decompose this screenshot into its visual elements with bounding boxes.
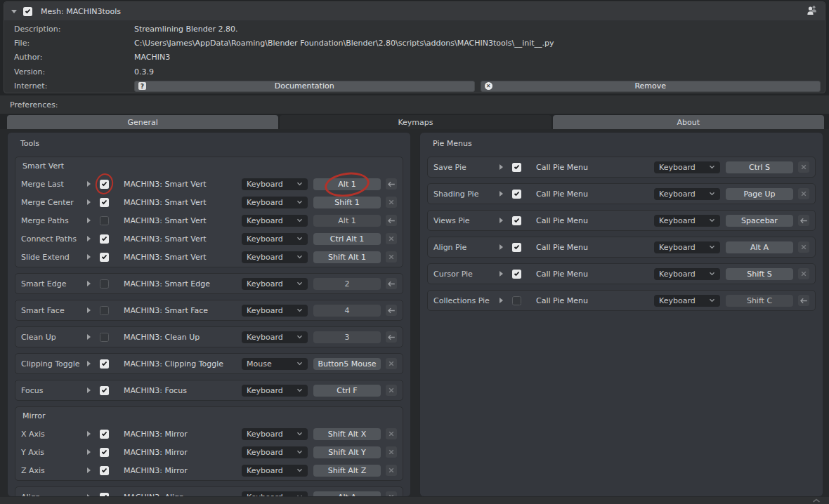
keymap-enabled-checkbox[interactable] xyxy=(100,234,109,244)
triangle-right-icon[interactable] xyxy=(87,236,91,241)
remove-x-icon[interactable] xyxy=(798,188,809,199)
device-dropdown[interactable]: Keyboard xyxy=(242,331,308,343)
key-binding-button[interactable]: Ctrl S xyxy=(726,161,793,173)
triangle-right-icon[interactable] xyxy=(87,181,91,187)
restore-back-arrow-icon[interactable] xyxy=(386,215,397,226)
remove-x-icon[interactable] xyxy=(386,385,397,396)
remove-x-icon[interactable] xyxy=(798,268,809,279)
triangle-right-icon[interactable] xyxy=(500,164,503,170)
device-dropdown[interactable]: Keyboard xyxy=(242,428,308,440)
restore-back-arrow-icon[interactable] xyxy=(798,215,809,226)
triangle-right-icon[interactable] xyxy=(500,244,503,250)
device-dropdown[interactable]: Keyboard xyxy=(654,188,720,200)
remove-x-icon[interactable] xyxy=(798,241,809,253)
remove-x-icon[interactable] xyxy=(386,358,397,369)
triangle-right-icon[interactable] xyxy=(87,387,91,393)
device-dropdown[interactable]: Keyboard xyxy=(654,241,720,253)
triangle-right-icon[interactable] xyxy=(87,281,91,286)
remove-x-icon[interactable] xyxy=(386,233,397,244)
triangle-right-icon[interactable] xyxy=(87,218,91,223)
remove-x-icon[interactable] xyxy=(386,491,397,497)
addon-header[interactable]: Mesh: MACHIN3tools xyxy=(4,2,825,20)
key-binding-button[interactable]: Alt A xyxy=(313,491,381,498)
triangle-right-icon[interactable] xyxy=(87,307,91,313)
device-dropdown[interactable]: Keyboard xyxy=(654,161,720,173)
triangle-right-icon[interactable] xyxy=(87,199,91,205)
keymap-enabled-checkbox[interactable] xyxy=(100,448,109,457)
keymap-enabled-checkbox[interactable] xyxy=(100,359,109,369)
expand-triangle-icon[interactable] xyxy=(11,10,17,13)
remove-addon-button[interactable]: ✕ Remove xyxy=(481,81,821,92)
device-dropdown[interactable]: Keyboard xyxy=(654,295,720,307)
key-binding-button[interactable]: Spacebar xyxy=(726,215,793,227)
key-binding-button[interactable]: Alt 1 xyxy=(313,215,381,227)
key-binding-button[interactable]: Button5 Mouse xyxy=(313,358,381,370)
keymap-enabled-checkbox[interactable] xyxy=(512,296,521,305)
keymap-enabled-checkbox[interactable] xyxy=(512,243,521,252)
remove-x-icon[interactable] xyxy=(386,428,397,439)
keymap-enabled-checkbox[interactable] xyxy=(512,163,521,172)
triangle-right-icon[interactable] xyxy=(87,431,91,437)
key-binding-button[interactable]: 4 xyxy=(313,305,381,317)
device-dropdown[interactable]: Keyboard xyxy=(242,178,308,190)
keymap-enabled-checkbox[interactable] xyxy=(100,386,109,395)
keymap-enabled-checkbox[interactable] xyxy=(512,190,521,199)
device-dropdown[interactable]: Keyboard xyxy=(242,385,308,397)
device-dropdown[interactable]: Mouse xyxy=(242,358,308,370)
restore-back-arrow-icon[interactable] xyxy=(386,331,397,343)
key-binding-button[interactable]: Shift Alt Z xyxy=(313,465,381,477)
triangle-right-icon[interactable] xyxy=(87,334,91,340)
triangle-right-icon[interactable] xyxy=(87,449,91,455)
keymap-enabled-checkbox[interactable] xyxy=(512,216,521,225)
device-dropdown[interactable]: Keyboard xyxy=(242,278,308,290)
triangle-right-icon[interactable] xyxy=(500,298,503,303)
key-binding-button[interactable]: 2 xyxy=(313,278,381,290)
device-dropdown[interactable]: Keyboard xyxy=(654,215,720,227)
triangle-right-icon[interactable] xyxy=(500,271,503,277)
keymap-enabled-checkbox[interactable] xyxy=(100,306,109,315)
remove-x-icon[interactable] xyxy=(798,161,809,173)
remove-x-icon[interactable] xyxy=(386,251,397,263)
tab-keymaps[interactable]: Keymaps xyxy=(280,115,551,129)
keymap-enabled-checkbox[interactable] xyxy=(100,333,109,342)
device-dropdown[interactable]: Keyboard xyxy=(242,305,308,317)
key-binding-button[interactable]: Shift Alt X xyxy=(313,428,381,440)
triangle-right-icon[interactable] xyxy=(500,218,503,223)
key-binding-button[interactable]: 3 xyxy=(313,331,381,343)
remove-x-icon[interactable] xyxy=(386,446,397,458)
triangle-right-icon[interactable] xyxy=(87,254,91,260)
keymap-enabled-checkbox[interactable] xyxy=(100,430,109,439)
key-binding-button[interactable]: Shift S xyxy=(726,268,793,280)
remove-x-icon[interactable] xyxy=(386,465,397,476)
triangle-right-icon[interactable] xyxy=(87,361,91,366)
key-binding-button[interactable]: Shift Alt Y xyxy=(313,446,381,458)
key-binding-button[interactable]: Alt A xyxy=(726,241,793,253)
addon-enabled-checkbox[interactable] xyxy=(23,7,32,16)
remove-x-icon[interactable] xyxy=(386,197,397,208)
key-binding-button[interactable]: Ctrl Alt 1 xyxy=(313,233,381,245)
device-dropdown[interactable]: Keyboard xyxy=(654,268,720,280)
key-binding-button[interactable]: Alt 1 xyxy=(313,178,381,190)
keymap-enabled-checkbox[interactable] xyxy=(100,279,109,289)
triangle-right-icon[interactable] xyxy=(500,191,503,197)
triangle-right-icon[interactable] xyxy=(87,467,91,473)
device-dropdown[interactable]: Keyboard xyxy=(242,446,308,458)
restore-back-arrow-icon[interactable] xyxy=(798,295,809,306)
tab-about[interactable]: About xyxy=(553,115,824,129)
tab-general[interactable]: General xyxy=(7,115,278,129)
keymap-enabled-checkbox[interactable] xyxy=(100,216,109,225)
key-binding-button[interactable]: Shift Alt 1 xyxy=(313,251,381,263)
device-dropdown[interactable]: Keyboard xyxy=(242,233,308,245)
key-binding-button[interactable]: Ctrl F xyxy=(313,385,381,397)
restore-back-arrow-icon[interactable] xyxy=(386,178,397,190)
device-dropdown[interactable]: Keyboard xyxy=(242,491,308,498)
device-dropdown[interactable]: Keyboard xyxy=(242,465,308,477)
key-binding-button[interactable]: Page Up xyxy=(726,188,793,200)
device-dropdown[interactable]: Keyboard xyxy=(242,251,308,263)
documentation-button[interactable]: ? Documentation xyxy=(134,81,475,92)
keymap-enabled-checkbox[interactable] xyxy=(100,198,109,207)
key-binding-button[interactable]: Shift 1 xyxy=(313,197,381,208)
chevron-up-icon[interactable] xyxy=(812,498,821,503)
keymap-enabled-checkbox[interactable] xyxy=(100,466,109,475)
device-dropdown[interactable]: Keyboard xyxy=(242,215,308,227)
